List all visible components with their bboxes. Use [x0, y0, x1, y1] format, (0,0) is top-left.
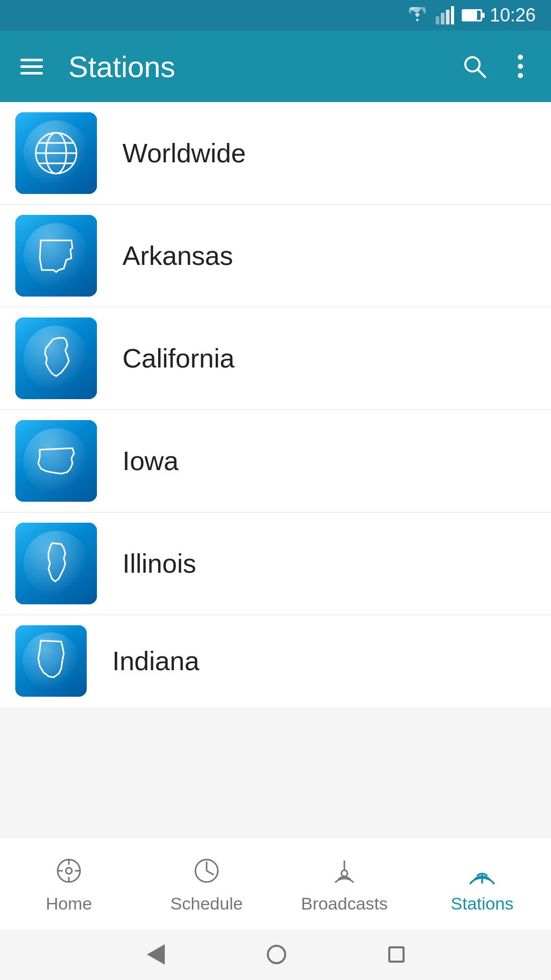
nav-item-schedule[interactable]: Schedule [138, 838, 276, 929]
list-item[interactable]: Arkansas [0, 205, 551, 307]
svg-point-23 [341, 870, 347, 876]
signal-icon [436, 6, 454, 24]
menu-button[interactable] [15, 54, 48, 80]
stations-list: Worldwide Arkansas [0, 102, 551, 707]
nav-item-stations[interactable]: Stations [413, 838, 551, 929]
schedule-nav-icon [189, 853, 224, 889]
item-label-california: California [122, 343, 235, 374]
svg-rect-1 [441, 13, 444, 24]
worldwide-icon [15, 112, 97, 194]
svg-rect-3 [451, 6, 454, 24]
svg-rect-0 [436, 16, 439, 24]
list-item[interactable]: Illinois [0, 512, 551, 615]
stations-nav-icon [464, 853, 500, 889]
svg-rect-2 [446, 10, 449, 24]
svg-point-15 [66, 868, 72, 874]
list-item[interactable]: California [0, 307, 551, 410]
svg-point-4 [465, 57, 480, 71]
svg-point-7 [518, 64, 523, 69]
list-item[interactable]: Iowa [0, 410, 551, 512]
arkansas-icon [15, 215, 97, 297]
more-options-button[interactable] [505, 51, 536, 82]
nav-label-schedule: Schedule [170, 894, 243, 914]
status-icons: 10:26 [407, 5, 536, 26]
svg-point-6 [518, 55, 523, 60]
broadcasts-nav-icon [327, 853, 362, 889]
svg-point-8 [518, 73, 523, 78]
status-bar: 10:26 [0, 0, 551, 31]
status-time: 10:26 [490, 5, 536, 26]
android-nav [0, 929, 551, 980]
item-label-iowa: Iowa [122, 446, 179, 476]
indiana-icon [15, 625, 87, 697]
home-nav-icon [51, 853, 87, 889]
illinois-icon [15, 523, 97, 604]
list-item[interactable]: Worldwide [0, 102, 551, 205]
android-back-button[interactable] [147, 944, 165, 965]
list-item[interactable]: Indiana [0, 615, 551, 707]
search-button[interactable] [459, 51, 490, 82]
nav-item-broadcasts[interactable]: Broadcasts [276, 838, 413, 929]
nav-label-broadcasts: Broadcasts [301, 894, 388, 914]
battery-icon [462, 9, 482, 21]
svg-line-22 [207, 871, 214, 875]
content-area: Worldwide Arkansas [0, 102, 551, 837]
california-icon [15, 317, 97, 399]
bottom-nav: Home Schedule Broadcasts [0, 837, 551, 929]
wifi-icon [407, 7, 428, 23]
item-label-illinois: Illinois [122, 548, 196, 579]
svg-line-5 [478, 69, 486, 78]
android-home-button[interactable] [267, 945, 286, 964]
nav-label-home: Home [46, 894, 92, 914]
app-bar: Stations [0, 31, 551, 102]
android-recents-button[interactable] [388, 946, 405, 963]
item-label-arkansas: Arkansas [122, 240, 233, 271]
item-label-worldwide: Worldwide [122, 138, 246, 168]
iowa-icon [15, 420, 97, 502]
item-label-indiana: Indiana [112, 646, 199, 676]
nav-label-stations: Stations [451, 894, 514, 914]
nav-item-home[interactable]: Home [0, 838, 138, 929]
app-bar-actions [459, 51, 536, 82]
page-title: Stations [68, 50, 444, 84]
